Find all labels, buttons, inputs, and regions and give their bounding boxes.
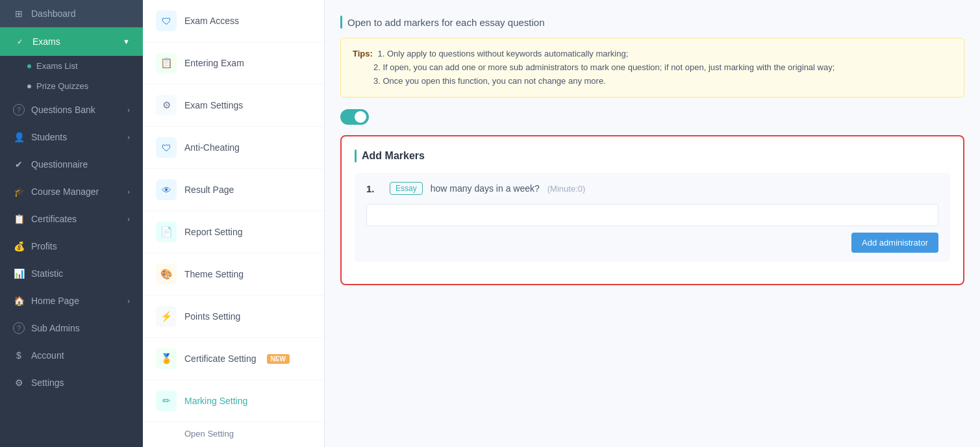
chevron-icon: › — [127, 188, 130, 196]
exams-chevron: ▼ — [123, 38, 130, 45]
sidebar-item-label: Home Page — [31, 296, 121, 306]
sub-label: Open Setting — [184, 429, 234, 439]
sidebar-sub-item-exams-list[interactable]: Exams List — [0, 56, 143, 76]
tips-line-1: 1. Only apply to questions without keywo… — [377, 49, 628, 58]
nav-item-label: Marking Setting — [184, 396, 247, 406]
sidebar-item-label: Questionnaire — [31, 159, 130, 170]
essay-badge: Essay — [390, 182, 423, 195]
dashboard-icon: ⊞ — [13, 8, 25, 19]
sidebar-item-home-page[interactable]: 🏠 Home Page › — [0, 287, 143, 314]
marking-setting-icon: ✏ — [156, 390, 177, 411]
dot-icon — [27, 84, 31, 88]
certificate-setting-icon: 🏅 — [156, 348, 177, 369]
chevron-icon: › — [127, 215, 130, 223]
statistic-icon: 📊 — [13, 268, 25, 279]
sidebar-item-label: Statistic — [31, 268, 130, 279]
nav-item-label: Points Setting — [184, 311, 240, 322]
sidebar-item-questionnaire[interactable]: ✔ Questionnaire — [0, 151, 143, 178]
sidebar-item-course-manager[interactable]: 🎓 Course Manager › — [0, 178, 143, 205]
sidebar-item-label: Dashboard — [31, 8, 130, 19]
nav-item-anti-cheating[interactable]: 🛡 Anti-Cheating — [143, 127, 324, 169]
exams-icon: ✓ — [13, 35, 26, 48]
result-page-icon: 👁 — [156, 179, 177, 200]
sidebar-item-statistic[interactable]: 📊 Statistic — [0, 260, 143, 287]
questions-bank-icon: ? — [13, 104, 25, 116]
tips-label: Tips: — [353, 49, 373, 58]
home-icon: 🏠 — [13, 295, 25, 307]
nav-item-label: Entering Exam — [184, 58, 244, 68]
sidebar-item-students[interactable]: 👤 Students › — [0, 123, 143, 151]
question-text: how many days in a week? — [431, 183, 540, 194]
add-markers-section: Add Markers 1. Essay how many days in a … — [340, 135, 964, 285]
sidebar-item-sub-admins[interactable]: ? Sub Admins — [0, 314, 143, 342]
nav-item-exam-settings[interactable]: ⚙ Exam Settings — [143, 84, 324, 127]
admin-input-row: Add administrator — [366, 204, 938, 253]
toggle-wrapper — [340, 109, 964, 125]
nav-item-result-page[interactable]: 👁 Result Page — [143, 169, 324, 211]
nav-item-entering-exam[interactable]: 📋 Entering Exam — [143, 42, 324, 84]
nav-item-label: Exam Settings — [184, 100, 243, 110]
sidebar-sub-item-prize-quizzes[interactable]: Prize Quizzes — [0, 76, 143, 96]
nav-item-points-setting[interactable]: ⚡ Points Setting — [143, 296, 324, 338]
toggle-slider — [340, 109, 369, 125]
sidebar-item-dashboard[interactable]: ⊞ Dashboard — [0, 0, 143, 27]
sidebar-item-label: Exams — [32, 36, 116, 47]
sidebar-item-account[interactable]: $ Account — [0, 342, 143, 369]
nav-item-marking-setting[interactable]: ✏ Marking Setting — [143, 380, 324, 422]
add-administrator-button[interactable]: Add administrator — [851, 233, 938, 253]
question-card: 1. Essay how many days in a week? (Minut… — [355, 173, 950, 262]
sidebar-item-settings[interactable]: ⚙ Settings — [0, 369, 143, 396]
sub-label: Exams List — [36, 61, 78, 71]
account-icon: $ — [13, 350, 25, 361]
nav-sub-open-setting[interactable]: Open Setting — [143, 422, 324, 445]
sidebar: ⊞ Dashboard ✓ Exams ▼ Exams List Prize Q… — [0, 0, 143, 447]
chevron-icon: › — [127, 106, 130, 114]
settings-icon: ⚙ — [13, 377, 25, 389]
nav-item-label: Certificate Setting — [184, 353, 257, 364]
tips-line-2: 2. If open, you can add one or more sub … — [373, 62, 835, 72]
report-setting-icon: 📄 — [156, 222, 177, 242]
students-icon: 👤 — [13, 131, 25, 143]
nav-item-label: Result Page — [184, 185, 234, 195]
new-badge: NEW — [267, 354, 290, 364]
nav-item-exam-access[interactable]: 🛡 Exam Access — [143, 0, 324, 42]
anti-cheating-icon: 🛡 — [156, 137, 177, 158]
sidebar-item-label: Sub Admins — [31, 323, 130, 333]
nav-item-label: Theme Setting — [184, 269, 244, 279]
sub-label: Prize Quizzes — [36, 81, 88, 91]
sidebar-item-exams[interactable]: ✓ Exams ▼ — [0, 27, 143, 56]
question-meta: (Minute:0) — [547, 184, 586, 194]
theme-setting-icon: 🎨 — [156, 264, 177, 285]
main-content: Open to add markers for each essay quest… — [325, 0, 980, 447]
sidebar-item-label: Course Manager — [31, 186, 121, 197]
nav-item-report-setting[interactable]: 📄 Report Setting — [143, 211, 324, 253]
entering-exam-icon: 📋 — [156, 53, 177, 73]
nav-item-certificate-setting[interactable]: 🏅 Certificate Setting NEW — [143, 338, 324, 380]
section-bar — [355, 149, 357, 162]
exam-access-icon: 🛡 — [156, 10, 177, 31]
sidebar-item-label: Settings — [31, 377, 130, 388]
sidebar-item-profits[interactable]: 💰 Profits — [0, 233, 143, 260]
points-setting-icon: ⚡ — [156, 306, 177, 327]
nav-item-label: Anti-Cheating — [184, 142, 240, 153]
chevron-icon: › — [127, 133, 130, 141]
sidebar-item-questions-bank[interactable]: ? Questions Bank › — [0, 96, 143, 123]
sub-admins-icon: ? — [13, 322, 25, 334]
nav-item-label: Exam Access — [184, 16, 239, 26]
tips-line-3: 3. Once you open this function, you can … — [373, 76, 606, 86]
nav-item-theme-setting[interactable]: 🎨 Theme Setting — [143, 253, 324, 296]
question-row: 1. Essay how many days in a week? (Minut… — [366, 182, 938, 195]
course-manager-icon: 🎓 — [13, 186, 25, 198]
exam-settings-icon: ⚙ — [156, 95, 177, 116]
question-number: 1. — [366, 183, 382, 194]
sidebar-item-label: Certificates — [31, 214, 121, 224]
dot-icon — [27, 64, 31, 68]
admin-email-input[interactable] — [366, 204, 938, 226]
sidebar-item-label: Account — [31, 350, 130, 361]
sidebar-item-label: Questions Bank — [31, 105, 121, 115]
sidebar-item-certificates[interactable]: 📋 Certificates › — [0, 205, 143, 233]
chevron-icon: › — [127, 297, 130, 305]
section-title: Add Markers — [355, 149, 950, 162]
open-to-text: Open to add markers for each essay quest… — [347, 17, 545, 28]
toggle-switch[interactable] — [340, 109, 369, 125]
